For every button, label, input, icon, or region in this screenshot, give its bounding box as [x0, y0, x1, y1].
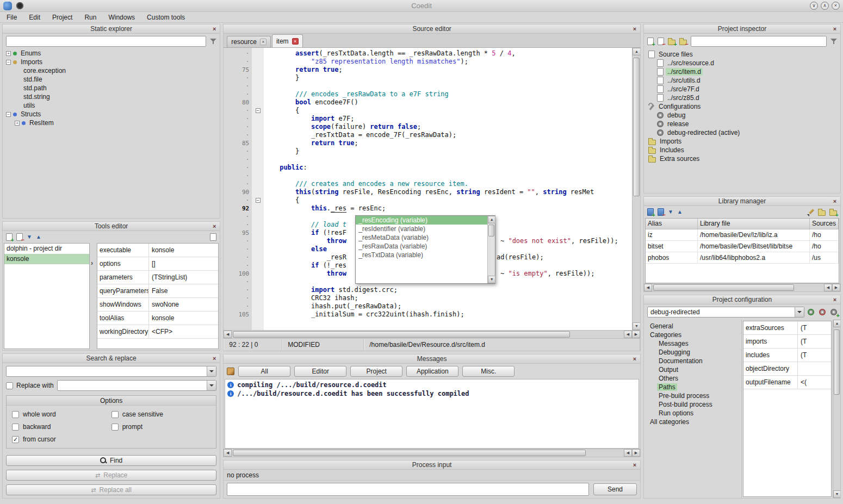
library-row[interactable]: bitset/home/basile/Dev/Bitset/lib/bitse/…	[646, 241, 839, 252]
move-down-icon[interactable]: ▼	[668, 209, 673, 215]
option-backward[interactable]: backward	[12, 423, 111, 431]
scroll-up-icon[interactable]: ▲	[633, 48, 640, 55]
add-config-icon[interactable]	[830, 309, 837, 315]
category-messages[interactable]: Messages	[644, 339, 741, 348]
filter-misc-button[interactable]: Misc.	[462, 366, 515, 377]
close-panel-icon[interactable]: ×	[631, 355, 639, 363]
scroll-down-icon[interactable]: ▼	[633, 322, 640, 330]
checkbox-icon[interactable]	[111, 411, 119, 418]
message-row[interactable]: i/.../build/resource.d.coedit has been s…	[225, 389, 639, 398]
code-line[interactable]: {	[264, 107, 632, 115]
inspector-item[interactable]: ../src/e7F.d	[644, 85, 840, 94]
process-input-field[interactable]	[227, 483, 589, 496]
fold-marker-icon[interactable]: −	[256, 108, 261, 113]
property-row[interactable]: toolAliaskonsole	[97, 312, 218, 325]
static-explorer-item[interactable]: core.exception	[3, 66, 220, 75]
code-line[interactable]: _resTxtData = encode_7F(_resRawData);	[264, 131, 632, 139]
property-value[interactable]: (T	[798, 338, 831, 345]
scroll-right-icon[interactable]: ▶	[632, 331, 640, 338]
add-lib-folder-icon[interactable]	[829, 210, 837, 216]
tool-list-item[interactable]: dolphin - project dir	[4, 244, 89, 254]
option-case-sensitive[interactable]: case sensitive	[111, 410, 211, 418]
configuration-selector[interactable]: debug-redirected	[647, 307, 804, 318]
category-others[interactable]: Others	[644, 374, 741, 383]
code-line[interactable]: CRC32 ihash;	[264, 294, 632, 302]
code-editor[interactable]: · assert(_resTxtData.length == _resRawDa…	[224, 48, 640, 330]
column-header-alias[interactable]: Alias	[646, 219, 698, 229]
search-combo[interactable]	[6, 366, 216, 377]
scrollbar-thumb[interactable]	[633, 58, 640, 196]
find-button[interactable]: Find	[6, 455, 216, 466]
menu-custom-tools[interactable]: Custom tools	[147, 14, 185, 21]
checkbox-icon[interactable]: ✓	[12, 436, 19, 443]
code-line[interactable]: }	[264, 147, 632, 155]
inspector-item[interactable]: debug-redirected (active)	[644, 128, 840, 137]
static-explorer-item[interactable]: utils	[3, 101, 220, 110]
static-explorer-item[interactable]: −Structs	[3, 110, 220, 119]
filter-icon[interactable]	[830, 38, 837, 45]
scroll-down-icon[interactable]: ▼	[488, 276, 495, 283]
inspector-item[interactable]: Source files	[644, 50, 840, 59]
code-line[interactable]: public:	[264, 164, 632, 172]
move-up-icon[interactable]: ▲	[36, 234, 41, 240]
scroll-left-icon[interactable]: ◀	[644, 284, 652, 291]
filter-icon[interactable]	[210, 38, 216, 45]
static-explorer-item[interactable]: std.file	[3, 75, 220, 84]
code-line[interactable]: ihash.put(_resRawData);	[264, 302, 632, 310]
code-line[interactable]: _initialSum = crc322uint(ihash.finish);	[264, 310, 632, 319]
property-value[interactable]: (TStringList)	[149, 273, 218, 281]
menu-run[interactable]: Run	[84, 14, 96, 21]
property-row[interactable]: options[]	[97, 257, 218, 271]
clear-messages-icon[interactable]	[227, 368, 234, 375]
add-tool-icon[interactable]	[6, 233, 13, 241]
remove-library-icon[interactable]	[658, 208, 664, 216]
property-row[interactable]: executablekonsole	[97, 244, 218, 257]
collapse-icon[interactable]: −	[6, 60, 11, 65]
close-panel-icon[interactable]: ×	[831, 296, 839, 303]
dropdown-arrow-icon[interactable]	[207, 381, 216, 390]
open-folder-icon[interactable]	[818, 210, 826, 216]
scroll-right-icon[interactable]: ▶	[632, 449, 640, 457]
inspector-item[interactable]: Extra sources	[644, 154, 840, 163]
code-line[interactable]: /// creates and encodes a new resource i…	[264, 180, 632, 188]
code-line[interactable]: return true;	[264, 139, 632, 147]
static-explorer-search-input[interactable]	[6, 36, 206, 47]
code-line[interactable]: import e7F;	[264, 115, 632, 123]
completion-item[interactable]: _resEncoding (variable)	[356, 216, 487, 225]
minimize-button[interactable]: ∨	[810, 2, 818, 10]
config-property-row[interactable]: includes(T	[743, 349, 831, 362]
messages-horizontal-scrollbar[interactable]: ◀ ◀ ▶	[224, 449, 640, 457]
close-tab-icon[interactable]: ×	[260, 39, 266, 45]
library-row[interactable]: iz/home/basile/Dev/Iz/lib/iz.a/ho	[646, 229, 839, 241]
move-up-icon[interactable]: ▲	[677, 209, 683, 215]
static-explorer-item[interactable]: std.string	[3, 92, 220, 101]
close-panel-icon[interactable]: ×	[210, 222, 218, 230]
scroll-left-icon[interactable]: ◀	[224, 449, 232, 457]
replace-button[interactable]: ⇄ Replace	[6, 470, 216, 481]
scroll-left-icon[interactable]: ◀	[224, 331, 232, 338]
scrollbar-thumb[interactable]	[834, 329, 840, 395]
delete-config-icon[interactable]	[819, 309, 826, 315]
config-property-row[interactable]: objectDirectory	[743, 362, 831, 376]
edit-library-icon[interactable]	[808, 209, 814, 216]
scroll-left-icon[interactable]: ◀	[824, 284, 832, 291]
clone-tool-icon[interactable]	[210, 233, 216, 241]
category-pre-build-process[interactable]: Pre-build process	[644, 391, 741, 400]
code-line[interactable]: assert(_resTxtData.length == _resRawData…	[264, 49, 632, 58]
static-explorer-item[interactable]: +ResItem	[3, 119, 220, 127]
close-panel-icon[interactable]: ×	[210, 25, 218, 33]
editor-horizontal-scrollbar[interactable]: ◀ ◀ ▶	[224, 330, 640, 338]
inspector-item[interactable]: ../src/z85.d	[644, 94, 840, 102]
category-debugging[interactable]: Debugging	[644, 348, 741, 357]
option-prompt[interactable]: prompt	[111, 423, 211, 431]
category-documentation[interactable]: Documentation	[644, 357, 741, 365]
close-window-button[interactable]: ×	[832, 2, 840, 10]
category-all-categories[interactable]: All categories	[644, 418, 741, 426]
close-panel-icon[interactable]: ×	[831, 25, 839, 33]
tab-resource[interactable]: resource×	[227, 36, 271, 47]
code-line[interactable]: {	[264, 196, 632, 204]
tool-list-item[interactable]: konsole	[4, 254, 89, 264]
code-area[interactable]: · assert(_resTxtData.length == _resRawDa…	[224, 48, 632, 330]
static-explorer-item[interactable]: +Enums	[3, 49, 220, 58]
send-button[interactable]: Send	[593, 483, 637, 495]
